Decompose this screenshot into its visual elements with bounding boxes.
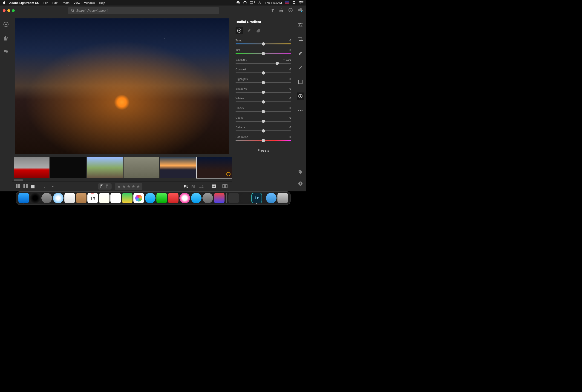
- dock-mail[interactable]: [64, 193, 75, 203]
- flag-pick-icon[interactable]: [100, 184, 104, 189]
- menu-view[interactable]: View: [74, 1, 80, 4]
- thumb-5[interactable]: [160, 157, 196, 178]
- dock-notes[interactable]: [99, 193, 110, 203]
- svg-rect-41: [26, 184, 28, 186]
- dock-contacts[interactable]: [76, 193, 86, 203]
- dock-finder[interactable]: [18, 193, 29, 203]
- library-icon[interactable]: [4, 36, 8, 42]
- dock-downloads[interactable]: [266, 193, 276, 203]
- menu-help[interactable]: Help: [99, 1, 105, 4]
- share-icon[interactable]: [279, 8, 283, 13]
- dock-reminders[interactable]: [110, 193, 121, 203]
- dock-siri[interactable]: [30, 193, 40, 203]
- minimize-button[interactable]: [7, 9, 10, 12]
- dock-itunes[interactable]: [180, 193, 190, 203]
- photo-canvas[interactable]: [12, 16, 232, 156]
- radial-mask-btn[interactable]: [236, 27, 243, 34]
- show-original-icon[interactable]: [212, 184, 216, 189]
- cloud-sync-icon[interactable]: [298, 8, 304, 13]
- filter-icon[interactable]: [271, 8, 275, 13]
- slider-blacks[interactable]: Blacks0: [236, 106, 291, 112]
- svg-rect-8: [285, 2, 289, 2]
- sharing-icon[interactable]: [3, 49, 9, 54]
- grid-small-icon[interactable]: [16, 184, 20, 189]
- dock-photos[interactable]: [134, 193, 144, 203]
- close-button[interactable]: [3, 9, 6, 12]
- search-input[interactable]: Search Recent Import: [68, 7, 219, 14]
- brush-icon[interactable]: [297, 64, 304, 71]
- menu-edit[interactable]: Edit: [52, 1, 58, 4]
- dock-safari[interactable]: [53, 193, 64, 203]
- help-icon[interactable]: ?: [288, 8, 293, 13]
- slider-whites[interactable]: Whites0: [236, 97, 291, 102]
- thumb-3[interactable]: [87, 157, 122, 178]
- dock-messages[interactable]: [145, 193, 156, 203]
- dock-maps[interactable]: [122, 193, 132, 203]
- menu-window[interactable]: Window: [84, 1, 95, 4]
- clock[interactable]: Thu 1:53 AM: [265, 1, 282, 4]
- slider-tint[interactable]: Tint0: [236, 48, 291, 54]
- thumb-2[interactable]: [50, 157, 86, 178]
- zoom-1to1[interactable]: 1:1: [199, 185, 204, 188]
- slider-clarity[interactable]: Clarity0: [236, 116, 291, 122]
- radial-gradient-icon[interactable]: [297, 92, 304, 100]
- slider-dehaze[interactable]: Dehaze0: [236, 126, 291, 131]
- slider-highlights[interactable]: Highlights0: [236, 78, 291, 83]
- app-name[interactable]: Adobe Lightroom CC: [9, 1, 39, 4]
- filmstrip-scrollbar[interactable]: [12, 180, 232, 181]
- zoom-fit[interactable]: Fit: [184, 185, 188, 188]
- zoom-fill[interactable]: Fill: [192, 185, 196, 188]
- linear-gradient-icon[interactable]: [297, 78, 304, 86]
- thumb-6-selected[interactable]: [197, 157, 232, 178]
- cc-icon[interactable]: [236, 1, 240, 4]
- spotlight-icon[interactable]: [292, 1, 296, 4]
- tag-icon[interactable]: [298, 170, 303, 175]
- dock: 13 Lr: [16, 192, 290, 205]
- displays-icon[interactable]: [250, 1, 255, 4]
- menu-file[interactable]: File: [44, 1, 48, 4]
- slider-contrast[interactable]: Contrast0: [236, 68, 291, 74]
- control-center-icon[interactable]: [299, 1, 304, 4]
- dock-1password[interactable]: [240, 193, 250, 203]
- window-controls: [3, 9, 15, 12]
- erase-mask-btn[interactable]: [255, 27, 262, 34]
- brush-mask-btn[interactable]: [245, 27, 252, 34]
- dock-lightroom[interactable]: Lr: [252, 193, 262, 203]
- info-icon[interactable]: i: [298, 181, 303, 187]
- more-icon[interactable]: [297, 107, 304, 114]
- dock-sysprefs[interactable]: [202, 193, 213, 203]
- compare-icon[interactable]: [222, 184, 228, 189]
- dock-magnet[interactable]: [214, 193, 224, 203]
- dock-calendar[interactable]: 13: [88, 193, 98, 203]
- status-icon[interactable]: [243, 1, 247, 4]
- menu-extra-icon[interactable]: [258, 1, 262, 4]
- edit-sliders-icon[interactable]: [297, 21, 304, 28]
- grid-large-icon[interactable]: [24, 184, 28, 189]
- presets-button[interactable]: Presets: [232, 145, 295, 155]
- crop-icon[interactable]: [297, 36, 304, 43]
- single-view-icon[interactable]: [31, 185, 34, 188]
- dock-imovie[interactable]: [228, 193, 239, 203]
- dock-news[interactable]: [168, 193, 178, 203]
- svg-rect-37: [16, 186, 17, 188]
- flag-reject-icon[interactable]: [106, 184, 109, 189]
- dock-appstore[interactable]: [191, 193, 202, 203]
- slider-saturation[interactable]: Saturation0: [236, 136, 291, 141]
- thumb-4[interactable]: [124, 157, 159, 178]
- slider-shadows[interactable]: Shadows0: [236, 87, 291, 93]
- sort-icon[interactable]: [44, 184, 48, 188]
- add-photos-icon[interactable]: [3, 22, 9, 28]
- thumb-1[interactable]: [14, 157, 50, 178]
- apple-icon[interactable]: [3, 1, 6, 4]
- dock-trash[interactable]: [278, 193, 288, 203]
- dock-launchpad[interactable]: [42, 193, 52, 203]
- dock-facetime[interactable]: [156, 193, 167, 203]
- flag-icon[interactable]: [285, 2, 289, 4]
- menu-photo[interactable]: Photo: [62, 1, 70, 4]
- slider-temp[interactable]: Temp0: [236, 39, 291, 44]
- heal-icon[interactable]: [297, 50, 304, 57]
- sort-dropdown-icon[interactable]: [52, 185, 54, 188]
- slider-exposure[interactable]: Exposure+ 2.00: [236, 58, 291, 64]
- fullscreen-button[interactable]: [12, 9, 15, 12]
- rating-stars[interactable]: ★ ★ ★ ★ ★: [115, 183, 142, 190]
